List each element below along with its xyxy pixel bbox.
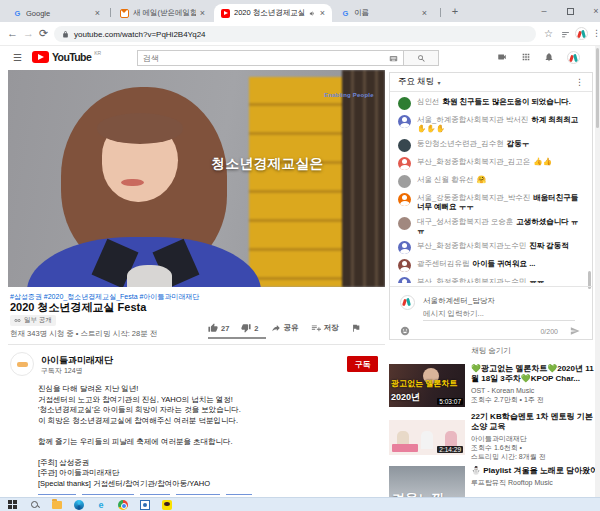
video-thumbnail[interactable]: 2:14:29: [389, 412, 465, 455]
video-player[interactable]: Enabling People 청소년경제교실은: [8, 70, 385, 287]
tab-youtube-active[interactable]: 2020 청소년경제교실 Festa ×: [214, 4, 332, 22]
taskbar-search-icon[interactable]: [30, 500, 40, 510]
send-icon[interactable]: [570, 326, 580, 336]
browser-profile-avatar[interactable]: [575, 27, 588, 40]
duration-badge: 5:03:07: [437, 398, 463, 405]
window-maximize-button[interactable]: [560, 0, 580, 22]
tab-name[interactable]: G 이름 ×: [334, 4, 434, 22]
video-thumbnail[interactable]: 광고없는 멜론차트 2020년 5:03:07: [389, 364, 465, 407]
back-button[interactable]: ←: [7, 27, 18, 40]
chat-text: 아이들 귀여워요 ...: [473, 259, 536, 268]
chat-message: 대구_성서종합복지관 오승훈고생하셨습니다 ㅠㅠ: [390, 214, 589, 238]
chat-menu-icon[interactable]: ⋮: [575, 77, 584, 87]
dislike-button[interactable]: 2: [241, 323, 258, 333]
chat-header-title[interactable]: 주요 채팅: [398, 76, 434, 88]
browser-menu-icon[interactable]: ⋮: [592, 27, 600, 40]
description-line: [38, 447, 348, 458]
tab-audio-icon[interactable]: [309, 10, 316, 17]
tab-close-icon[interactable]: ×: [200, 9, 205, 18]
chat-user-avatar: [400, 295, 415, 310]
side-panel-icon[interactable]: [561, 30, 570, 39]
scrollbar-thumb[interactable]: [596, 48, 599, 128]
search-box[interactable]: [137, 50, 404, 66]
tab-close-icon[interactable]: ×: [320, 9, 325, 18]
create-video-icon[interactable]: [497, 52, 507, 62]
keyboard-icon[interactable]: [389, 54, 398, 63]
chat-message: 부산_화정종합사회복지관_김고은👍👍: [390, 154, 589, 172]
youtube-profile-avatar[interactable]: [567, 51, 580, 64]
internet-explorer-icon[interactable]: e: [96, 500, 106, 510]
unlisted-link-icon: [14, 317, 21, 324]
youtube-header: ☰ YouTube KR: [0, 46, 600, 70]
hide-chat-link[interactable]: 채팅 숨기기: [389, 346, 593, 356]
notifications-bell-icon[interactable]: [544, 52, 554, 62]
brand-watermark: Enabling People: [324, 92, 374, 98]
related-title: ⛄ Playlist 겨울을 노래로 담아왔어: [471, 466, 599, 476]
chat-author: 부산_화정종합사회복지관노수민: [417, 277, 526, 284]
share-button[interactable]: 공유: [271, 323, 299, 333]
reload-button[interactable]: ⟳: [39, 27, 48, 40]
apps-grid-icon[interactable]: [521, 52, 531, 62]
page-scrollbar[interactable]: [595, 46, 600, 497]
forward-button[interactable]: →: [23, 27, 34, 40]
chat-message-input[interactable]: [423, 307, 575, 321]
tab-google[interactable]: G Google ×: [6, 4, 107, 22]
chat-author: 서울 신월 황유선: [417, 175, 474, 184]
like-button[interactable]: 27: [208, 323, 229, 333]
speaker-hair-fringe: [97, 113, 184, 143]
emoji-icon[interactable]: [400, 326, 410, 336]
lock-icon: [62, 31, 69, 38]
share-icon: [271, 323, 281, 333]
chrome-icon[interactable]: [118, 500, 128, 510]
chevron-down-icon[interactable]: ▾: [437, 79, 440, 86]
search-button[interactable]: [404, 50, 439, 66]
chat-message: 동안청소년수련관_김수현감동ㅜ: [390, 136, 589, 154]
youtube-logo[interactable]: YouTube KR: [32, 51, 101, 63]
related-video[interactable]: 광고없는 멜론차트 2020년 5:03:07 💚광고없는 멜론차트💚2020년…: [389, 364, 599, 407]
chat-text: 진짜 감동적: [529, 241, 569, 250]
kakaotalk-icon[interactable]: [162, 500, 172, 510]
description-line: [Special thanks] 거점센터/참여기관/참여아동/YAHO: [38, 479, 348, 490]
avatar: [398, 217, 411, 230]
hwp-icon[interactable]: [140, 500, 150, 510]
start-button-icon[interactable]: [8, 500, 18, 510]
chat-message: 서울_강동종합사회복지관_박수진배움터친구들 너무 예뻐요 ㅜㅜ: [390, 190, 589, 214]
dislike-count: 2: [254, 324, 258, 333]
browser-toolbar: ← → ⟳ youtube.com/watch?v=PqHi2B4Yq24 ☆ …: [0, 22, 600, 46]
related-title: 22기 KB학습멘토 1차 멘토링 기본소양 교육: [471, 412, 599, 432]
search-input[interactable]: [143, 54, 385, 63]
chat-header: 주요 채팅 ▾ ⋮: [390, 73, 592, 92]
save-button[interactable]: 저장: [311, 323, 339, 333]
file-explorer-icon[interactable]: [52, 501, 62, 509]
chat-author: 심인선: [417, 97, 440, 106]
description-line: '청소년경제교실'은 아이들의 희망이 자라는 것을 보았습니다.: [38, 405, 348, 416]
new-tab-button[interactable]: +: [445, 0, 465, 22]
report-button[interactable]: [351, 323, 361, 333]
channel-avatar[interactable]: [10, 352, 34, 376]
chat-author: 서울_강동종합사회복지관_박수진: [417, 193, 530, 202]
window-minimize-button[interactable]: –: [534, 0, 554, 22]
bookmark-star-icon[interactable]: ☆: [544, 27, 553, 40]
chat-message-list: 심인선화원 친구들도 많은도움이 되었습니다. 서울_하계종합사회복지관 박서진…: [390, 93, 589, 283]
chat-author: 동안청소년수련관_김수현: [417, 139, 504, 148]
description-line: [주최] 삼성증권: [38, 458, 348, 469]
edge-icon[interactable]: [74, 500, 84, 510]
related-video[interactable]: 2:14:29 22기 KB학습멘토 1차 멘토링 기본소양 교육 아이들과미래…: [389, 412, 599, 461]
tab-mail[interactable]: 새 메일(받은메일함)이 도착했습 ×: [113, 4, 212, 22]
window-close-button[interactable]: ×: [586, 0, 600, 22]
avatar: [398, 259, 411, 272]
speaker-shirt: [127, 265, 172, 287]
thumbnail-person: [421, 431, 433, 449]
related-meta: 조회수 1.6천회 •: [471, 443, 599, 452]
chat-input-area: 서울하계센터_담당자 0/200: [390, 286, 592, 340]
video-description: 진심을 다해 달려온 지난 일년! 거점센터의 노고와 참여기관의 진심, YA…: [38, 384, 348, 489]
thumb-up-icon: [208, 323, 218, 333]
related-channel: 아이들과미래재단: [471, 434, 599, 443]
chat-text: 🤗: [477, 175, 486, 184]
subscribe-button[interactable]: 구독: [347, 356, 378, 372]
tab-close-icon[interactable]: ×: [95, 9, 100, 18]
guide-hamburger-icon[interactable]: ☰: [13, 52, 22, 63]
avatar: [398, 277, 411, 284]
tab-close-icon[interactable]: ×: [422, 9, 427, 18]
address-bar[interactable]: youtube.com/watch?v=PqHi2B4Yq24: [54, 26, 536, 42]
